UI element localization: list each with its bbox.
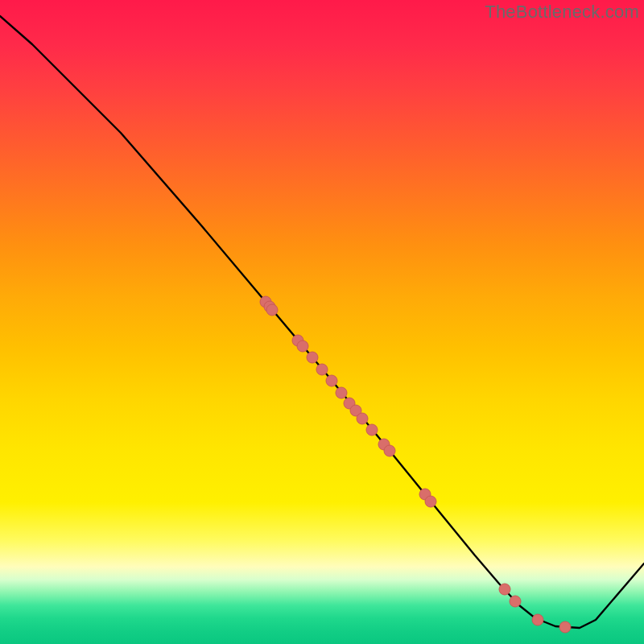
data-point bbox=[384, 445, 395, 456]
data-point bbox=[336, 387, 347, 398]
data-point bbox=[532, 614, 543, 625]
data-point bbox=[307, 352, 318, 363]
data-point bbox=[326, 375, 337, 386]
data-point bbox=[510, 596, 521, 607]
chart-svg bbox=[0, 0, 644, 644]
data-point bbox=[366, 424, 378, 436]
data-point bbox=[316, 364, 328, 375]
data-point bbox=[425, 496, 436, 507]
data-point bbox=[357, 413, 368, 424]
data-point bbox=[266, 304, 278, 316]
chart-container: TheBottleneck.com bbox=[0, 0, 644, 644]
data-point bbox=[297, 341, 308, 352]
data-point bbox=[559, 621, 571, 633]
data-points bbox=[260, 296, 571, 633]
data-point bbox=[499, 584, 510, 595]
watermark-text: TheBottleneck.com bbox=[485, 2, 639, 23]
curve-line bbox=[0, 16, 644, 628]
